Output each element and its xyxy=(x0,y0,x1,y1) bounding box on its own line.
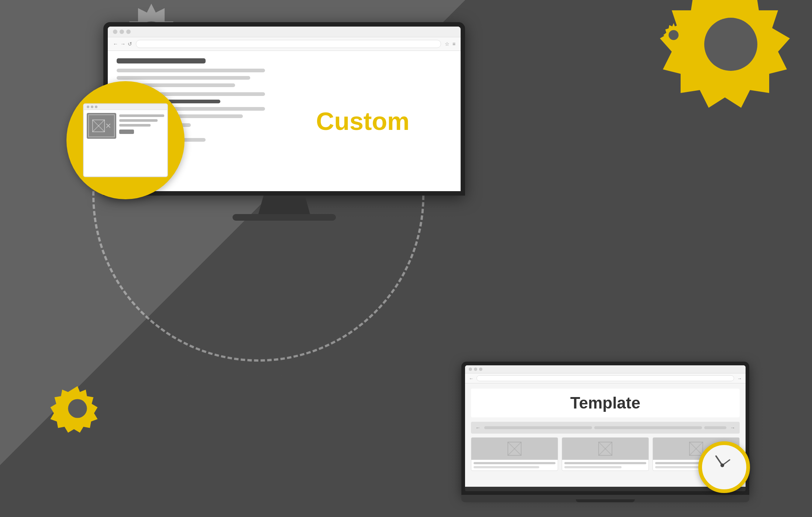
zoom-dot-3 xyxy=(95,106,97,108)
svg-line-5 xyxy=(92,120,104,132)
laptop-back-icon: ← xyxy=(469,376,474,381)
laptop-card-image-1 xyxy=(471,438,558,460)
laptop-card-1 xyxy=(471,437,558,471)
browser-titlebar xyxy=(108,27,461,37)
zoom-circle xyxy=(66,81,185,199)
browser-actions: ☆ ≡ xyxy=(445,41,455,47)
laptop-addressbar: ← → xyxy=(465,373,746,383)
gear-yellow-small xyxy=(48,379,107,440)
svg-point-2 xyxy=(68,399,87,418)
gear-yellow-large xyxy=(657,0,805,120)
svg-rect-4 xyxy=(92,120,104,132)
laptop-dot-2 xyxy=(474,368,477,371)
svg-point-1 xyxy=(704,18,757,71)
content-line-heading xyxy=(117,58,206,63)
laptop-forward-icon: → xyxy=(737,376,742,381)
svg-point-18 xyxy=(720,463,724,467)
zoom-dot-2 xyxy=(91,106,93,108)
zoom-inner-browser xyxy=(83,103,168,177)
template-label: Template xyxy=(471,389,740,417)
forward-icon: → xyxy=(120,41,125,47)
laptop-nav-left: ← xyxy=(475,425,481,431)
laptop-nav-right: → xyxy=(730,425,735,431)
custom-label: Custom xyxy=(316,108,409,134)
svg-line-6 xyxy=(92,120,104,132)
laptop-titlebar xyxy=(465,365,746,373)
monitor-base xyxy=(233,214,336,221)
bookmark-icon: ☆ xyxy=(445,41,450,47)
content-line-2 xyxy=(117,76,250,80)
zoom-line-1 xyxy=(119,114,164,117)
zoom-dot-1 xyxy=(87,106,89,108)
back-icon: ← xyxy=(113,41,118,47)
zoom-lines xyxy=(119,113,164,139)
svg-point-3 xyxy=(669,30,679,40)
laptop-card-2 xyxy=(562,437,649,471)
zoom-line-2 xyxy=(119,119,158,122)
laptop-base xyxy=(461,495,749,502)
clock-svg xyxy=(702,445,743,486)
laptop-card-image-2 xyxy=(562,438,648,460)
laptop-card-lines-2 xyxy=(562,460,648,471)
browser-content-right: Custom xyxy=(274,58,452,184)
zoom-line-3 xyxy=(119,124,151,127)
laptop-nav-bar: ← → xyxy=(471,422,740,434)
monitor-stand xyxy=(258,196,310,214)
zoom-content xyxy=(84,110,167,142)
browser-addressbar: ← → ↺ ☆ ≡ xyxy=(108,37,461,51)
zoom-button xyxy=(119,130,134,134)
content-line-1 xyxy=(117,69,265,72)
clock-face xyxy=(702,445,746,489)
laptop-dot-3 xyxy=(479,368,482,371)
refresh-icon: ↺ xyxy=(128,41,132,47)
menu-icon: ≡ xyxy=(453,41,455,47)
gear-yellow-tiny xyxy=(657,18,690,53)
browser-dot-3 xyxy=(126,30,131,34)
browser-dot-2 xyxy=(120,30,124,34)
browser-url-bar xyxy=(136,40,441,48)
browser-dot-1 xyxy=(113,30,117,34)
zoom-image-placeholder xyxy=(87,113,116,139)
zoom-titlebar xyxy=(84,104,167,110)
browser-nav-icons: ← → ↺ xyxy=(113,41,132,47)
laptop-dot-1 xyxy=(469,368,472,371)
laptop-card-lines-1 xyxy=(471,460,558,471)
clock xyxy=(698,441,750,493)
